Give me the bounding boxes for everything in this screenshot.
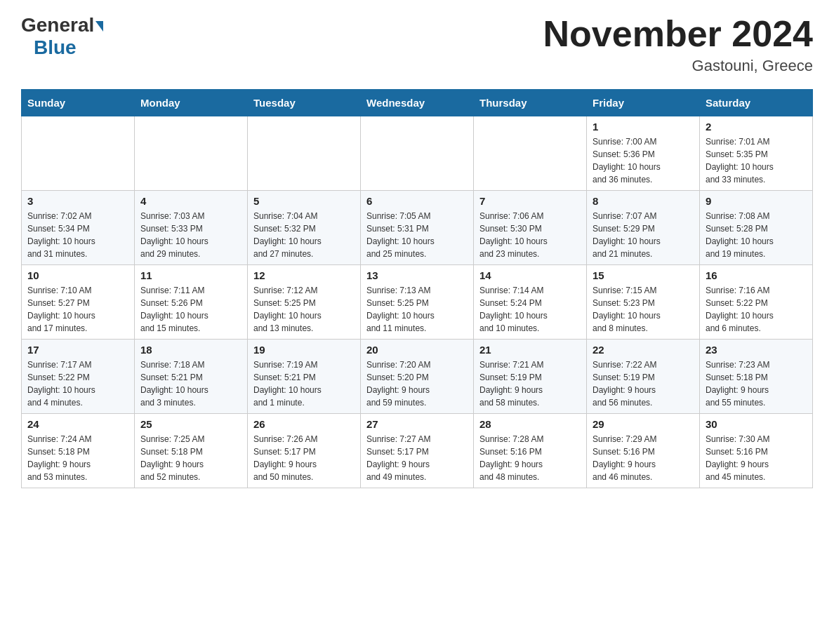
day-info: Sunrise: 7:00 AM Sunset: 5:36 PM Dayligh…: [593, 135, 694, 186]
day-number: 14: [479, 269, 581, 281]
calendar-cell: 3Sunrise: 7:02 AM Sunset: 5:34 PM Daylig…: [22, 191, 135, 265]
day-info: Sunrise: 7:03 AM Sunset: 5:33 PM Dayligh…: [140, 210, 241, 260]
day-number: 4: [140, 195, 241, 207]
day-info: Sunrise: 7:07 AM Sunset: 5:29 PM Dayligh…: [593, 210, 694, 260]
calendar-cell: 21Sunrise: 7:21 AM Sunset: 5:19 PM Dayli…: [474, 340, 587, 414]
weekday-header-friday: Friday: [587, 90, 700, 116]
calendar-cell: 7Sunrise: 7:06 AM Sunset: 5:30 PM Daylig…: [474, 191, 587, 265]
calendar-cell: 29Sunrise: 7:29 AM Sunset: 5:16 PM Dayli…: [587, 414, 700, 488]
calendar-cell: 2Sunrise: 7:01 AM Sunset: 5:35 PM Daylig…: [700, 116, 813, 191]
page-header: General Blue November 2024 Gastouni, Gre…: [21, 14, 813, 75]
calendar-cell: 5Sunrise: 7:04 AM Sunset: 5:32 PM Daylig…: [248, 191, 361, 265]
day-number: 19: [253, 344, 355, 356]
day-info: Sunrise: 7:25 AM Sunset: 5:18 PM Dayligh…: [140, 433, 241, 483]
day-info: Sunrise: 7:10 AM Sunset: 5:27 PM Dayligh…: [27, 284, 128, 335]
day-info: Sunrise: 7:11 AM Sunset: 5:26 PM Dayligh…: [140, 284, 241, 335]
day-info: Sunrise: 7:30 AM Sunset: 5:16 PM Dayligh…: [706, 433, 807, 483]
day-info: Sunrise: 7:01 AM Sunset: 5:35 PM Dayligh…: [706, 135, 807, 186]
day-info: Sunrise: 7:28 AM Sunset: 5:16 PM Dayligh…: [479, 433, 581, 483]
calendar-cell: [22, 116, 135, 191]
weekday-header-thursday: Thursday: [474, 90, 587, 116]
calendar-cell: 10Sunrise: 7:10 AM Sunset: 5:27 PM Dayli…: [22, 265, 135, 340]
weekday-header-row: SundayMondayTuesdayWednesdayThursdayFrid…: [22, 90, 813, 116]
weekday-header-tuesday: Tuesday: [248, 90, 361, 116]
calendar-cell: 26Sunrise: 7:26 AM Sunset: 5:17 PM Dayli…: [248, 414, 361, 488]
calendar-cell: 22Sunrise: 7:22 AM Sunset: 5:19 PM Dayli…: [587, 340, 700, 414]
day-info: Sunrise: 7:27 AM Sunset: 5:17 PM Dayligh…: [366, 433, 468, 483]
day-info: Sunrise: 7:21 AM Sunset: 5:19 PM Dayligh…: [479, 358, 581, 409]
calendar-cell: 14Sunrise: 7:14 AM Sunset: 5:24 PM Dayli…: [474, 265, 587, 340]
calendar-cell: 19Sunrise: 7:19 AM Sunset: 5:21 PM Dayli…: [248, 340, 361, 414]
day-number: 5: [253, 195, 355, 207]
calendar-cell: 6Sunrise: 7:05 AM Sunset: 5:31 PM Daylig…: [361, 191, 474, 265]
day-info: Sunrise: 7:14 AM Sunset: 5:24 PM Dayligh…: [479, 284, 581, 335]
day-number: 2: [706, 121, 807, 133]
calendar-cell: 23Sunrise: 7:23 AM Sunset: 5:18 PM Dayli…: [700, 340, 813, 414]
calendar-cell: 25Sunrise: 7:25 AM Sunset: 5:18 PM Dayli…: [135, 414, 248, 488]
day-number: 30: [706, 418, 807, 430]
day-number: 23: [706, 344, 807, 356]
calendar-cell: 28Sunrise: 7:28 AM Sunset: 5:16 PM Dayli…: [474, 414, 587, 488]
logo-general: General: [21, 14, 94, 36]
calendar-cell: 8Sunrise: 7:07 AM Sunset: 5:29 PM Daylig…: [587, 191, 700, 265]
day-info: Sunrise: 7:23 AM Sunset: 5:18 PM Dayligh…: [706, 358, 807, 409]
day-info: Sunrise: 7:19 AM Sunset: 5:21 PM Dayligh…: [253, 358, 355, 409]
day-info: Sunrise: 7:05 AM Sunset: 5:31 PM Dayligh…: [366, 210, 468, 260]
day-number: 25: [140, 418, 241, 430]
calendar-cell: [135, 116, 248, 191]
day-number: 3: [27, 195, 128, 207]
week-row-4: 17Sunrise: 7:17 AM Sunset: 5:22 PM Dayli…: [22, 340, 813, 414]
calendar-cell: 20Sunrise: 7:20 AM Sunset: 5:20 PM Dayli…: [361, 340, 474, 414]
location: Gastouni, Greece: [543, 57, 813, 75]
day-number: 11: [140, 269, 241, 281]
day-number: 7: [479, 195, 581, 207]
week-row-2: 3Sunrise: 7:02 AM Sunset: 5:34 PM Daylig…: [22, 191, 813, 265]
day-number: 15: [593, 269, 694, 281]
weekday-header-sunday: Sunday: [22, 90, 135, 116]
day-number: 20: [366, 344, 468, 356]
weekday-header-saturday: Saturday: [700, 90, 813, 116]
day-info: Sunrise: 7:15 AM Sunset: 5:23 PM Dayligh…: [593, 284, 694, 335]
calendar-cell: 13Sunrise: 7:13 AM Sunset: 5:25 PM Dayli…: [361, 265, 474, 340]
day-info: Sunrise: 7:26 AM Sunset: 5:17 PM Dayligh…: [253, 433, 355, 483]
title-section: November 2024 Gastouni, Greece: [543, 14, 813, 75]
calendar-cell: [361, 116, 474, 191]
day-info: Sunrise: 7:04 AM Sunset: 5:32 PM Dayligh…: [253, 210, 355, 260]
calendar-cell: 30Sunrise: 7:30 AM Sunset: 5:16 PM Dayli…: [700, 414, 813, 488]
day-info: Sunrise: 7:13 AM Sunset: 5:25 PM Dayligh…: [366, 284, 468, 335]
day-info: Sunrise: 7:06 AM Sunset: 5:30 PM Dayligh…: [479, 210, 581, 260]
day-number: 17: [27, 344, 128, 356]
calendar-cell: [474, 116, 587, 191]
calendar-cell: 16Sunrise: 7:16 AM Sunset: 5:22 PM Dayli…: [700, 265, 813, 340]
calendar-cell: 18Sunrise: 7:18 AM Sunset: 5:21 PM Dayli…: [135, 340, 248, 414]
day-info: Sunrise: 7:08 AM Sunset: 5:28 PM Dayligh…: [706, 210, 807, 260]
day-info: Sunrise: 7:22 AM Sunset: 5:19 PM Dayligh…: [593, 358, 694, 409]
logo-blue: Blue: [34, 36, 77, 58]
day-number: 6: [366, 195, 468, 207]
day-number: 10: [27, 269, 128, 281]
calendar-cell: 1Sunrise: 7:00 AM Sunset: 5:36 PM Daylig…: [587, 116, 700, 191]
day-info: Sunrise: 7:16 AM Sunset: 5:22 PM Dayligh…: [706, 284, 807, 335]
day-number: 24: [27, 418, 128, 430]
day-number: 12: [253, 269, 355, 281]
week-row-5: 24Sunrise: 7:24 AM Sunset: 5:18 PM Dayli…: [22, 414, 813, 488]
weekday-header-wednesday: Wednesday: [361, 90, 474, 116]
day-number: 13: [366, 269, 468, 281]
day-number: 28: [479, 418, 581, 430]
day-info: Sunrise: 7:12 AM Sunset: 5:25 PM Dayligh…: [253, 284, 355, 335]
calendar-cell: 27Sunrise: 7:27 AM Sunset: 5:17 PM Dayli…: [361, 414, 474, 488]
weekday-header-monday: Monday: [135, 90, 248, 116]
day-number: 1: [593, 121, 694, 133]
day-number: 16: [706, 269, 807, 281]
day-info: Sunrise: 7:02 AM Sunset: 5:34 PM Dayligh…: [27, 210, 128, 260]
day-info: Sunrise: 7:20 AM Sunset: 5:20 PM Dayligh…: [366, 358, 468, 409]
logo-triangle-icon: [95, 21, 103, 32]
day-number: 9: [706, 195, 807, 207]
calendar-cell: 9Sunrise: 7:08 AM Sunset: 5:28 PM Daylig…: [700, 191, 813, 265]
day-number: 27: [366, 418, 468, 430]
calendar-cell: 17Sunrise: 7:17 AM Sunset: 5:22 PM Dayli…: [22, 340, 135, 414]
month-title: November 2024: [543, 14, 813, 54]
calendar-cell: 4Sunrise: 7:03 AM Sunset: 5:33 PM Daylig…: [135, 191, 248, 265]
week-row-3: 10Sunrise: 7:10 AM Sunset: 5:27 PM Dayli…: [22, 265, 813, 340]
day-number: 8: [593, 195, 694, 207]
